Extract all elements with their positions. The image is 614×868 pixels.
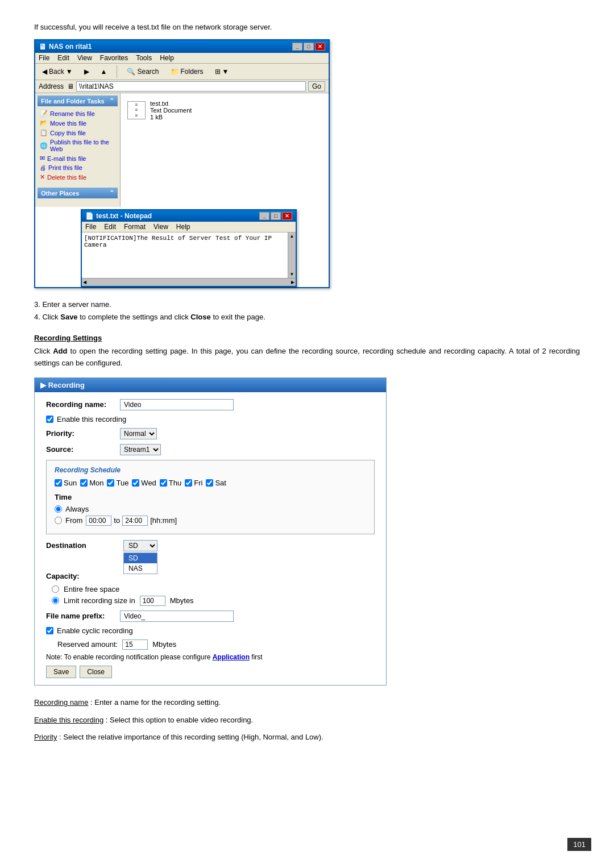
menu-edit[interactable]: Edit (57, 54, 69, 62)
search-label: Search (137, 68, 159, 76)
day-fri-label: Fri (194, 479, 202, 487)
file-entry: ≡≡≡ test.txt Text Document 1 kB (125, 98, 324, 123)
footer-priority-term[interactable]: Priority (34, 733, 57, 741)
delete-file-item[interactable]: ✕ Delete this file (38, 172, 118, 182)
day-sun-checkbox[interactable] (55, 479, 62, 487)
footer-recording-name-term[interactable]: Recording name (34, 698, 88, 707)
enable-recording-checkbox[interactable] (46, 416, 53, 423)
day-wed-checkbox[interactable] (132, 479, 139, 487)
priority-select[interactable]: High Normal Low (120, 428, 157, 439)
notepad-menu-help[interactable]: Help (176, 223, 190, 231)
destination-select[interactable]: SD NAS (123, 540, 157, 551)
close-button[interactable]: ✕ (315, 43, 325, 51)
notepad-controls[interactable]: _ □ ✕ (259, 212, 292, 220)
steps-section: 3. Enter a server name. 4. Click Save to… (34, 298, 580, 323)
scrollbar-right-icon[interactable]: ▶ (291, 280, 294, 285)
day-tue: Tue (107, 479, 128, 487)
day-fri-checkbox[interactable] (185, 479, 192, 487)
go-button[interactable]: Go (308, 81, 325, 92)
publish-file-item[interactable]: 🌐 Publish this file to the Web (38, 138, 118, 153)
explorer-window: 🖥 NAS on rital1 _ □ ✕ File Edit View Fav… (34, 39, 330, 288)
notepad-menu-format[interactable]: Format (124, 223, 146, 231)
scrollbar-left-icon[interactable]: ◀ (83, 280, 86, 285)
scrollbar-down-icon[interactable]: ▼ (290, 272, 294, 277)
menu-view[interactable]: View (77, 54, 92, 62)
footer-enable-recording-term[interactable]: Enable this recording (34, 716, 103, 724)
rename-file-item[interactable]: 📝 Rename this file (38, 109, 118, 118)
hhmm-label: [hh:mm] (150, 516, 177, 525)
print-label: Print this file (48, 164, 82, 171)
destination-popup-sd[interactable]: SD (124, 553, 157, 563)
day-sat-checkbox[interactable] (206, 479, 213, 487)
address-input[interactable] (76, 81, 306, 92)
copy-file-item[interactable]: 📋 Copy this file (38, 128, 118, 138)
notepad-menu-file[interactable]: File (85, 223, 96, 231)
priority-row: Priority: High Normal Low (46, 428, 375, 439)
application-link[interactable]: Application (213, 653, 250, 661)
day-thu-checkbox[interactable] (160, 479, 167, 487)
notepad-maximize-button[interactable]: □ (271, 212, 281, 220)
publish-icon: 🌐 (40, 142, 48, 149)
scrollbar-up-icon[interactable]: ▲ (290, 234, 294, 239)
email-file-item[interactable]: ✉ E-mail this file (38, 153, 118, 163)
footer-priority-desc: : Select the relative importance of this… (59, 733, 323, 741)
notepad-menu-edit[interactable]: Edit (104, 223, 116, 231)
notepad-close-button[interactable]: ✕ (282, 212, 292, 220)
recording-name-input[interactable] (120, 399, 234, 410)
limit-value-input[interactable] (140, 596, 165, 606)
close-button[interactable]: Close (80, 666, 112, 678)
day-mon-checkbox[interactable] (80, 479, 88, 487)
notepad-minimize-button[interactable]: _ (259, 212, 269, 220)
save-button[interactable]: Save (46, 666, 76, 678)
file-tasks-collapse-icon[interactable]: ⌃ (109, 97, 114, 105)
file-name: test.txt (150, 100, 192, 107)
notepad-menu-view[interactable]: View (154, 223, 168, 231)
up-button[interactable]: ▲ (97, 66, 111, 77)
maximize-button[interactable]: □ (304, 43, 314, 51)
always-radio[interactable] (55, 505, 62, 513)
menu-favorites[interactable]: Favorites (100, 54, 128, 62)
recording-desc-suffix: to open the recording setting page. In t… (34, 347, 580, 367)
always-label: Always (65, 505, 89, 513)
back-button[interactable]: ◀ Back ▼ (39, 66, 76, 77)
folders-button[interactable]: 📁 Folders (167, 66, 207, 77)
explorer-titlebar: 🖥 NAS on rital1 _ □ ✕ (35, 40, 329, 53)
recording-panel-title: Recording (48, 381, 85, 389)
step3-text: 3. Enter a server name. (34, 298, 580, 311)
menu-file[interactable]: File (39, 54, 49, 62)
limit-radio[interactable] (52, 597, 59, 604)
destination-popup-nas[interactable]: NAS (124, 563, 157, 574)
from-time-input[interactable] (86, 516, 111, 526)
other-places-collapse-icon[interactable]: ⌃ (109, 189, 114, 197)
move-file-item[interactable]: 📂 Move this file (38, 118, 118, 128)
explorer-controls[interactable]: _ □ ✕ (292, 43, 325, 51)
forward-button[interactable]: ▶ (81, 66, 93, 77)
print-file-item[interactable]: 🖨 Print this file (38, 163, 118, 172)
reserved-mbytes: Mbytes (152, 640, 176, 649)
step4-close-label: Close (190, 313, 210, 321)
source-select[interactable]: Stream1 Stream2 (120, 444, 161, 455)
recording-name-label: Recording name: (46, 400, 120, 409)
prefix-input[interactable] (120, 610, 234, 622)
menu-help[interactable]: Help (160, 54, 174, 62)
other-places-label: Other Places (41, 190, 79, 197)
cyclic-recording-checkbox[interactable] (46, 627, 53, 634)
explorer-addressbar: Address 🖥 Go (35, 80, 329, 93)
move-label: Move this file (50, 120, 86, 127)
reserved-value-input[interactable] (122, 639, 148, 650)
menu-tools[interactable]: Tools (136, 54, 152, 62)
from-radio[interactable] (55, 517, 62, 524)
from-label: From (65, 516, 82, 525)
folders-label: Folders (181, 68, 204, 76)
minimize-button[interactable]: _ (292, 43, 302, 51)
day-mon: Mon (80, 479, 103, 487)
step4-text: 4. Click Save to complete the settings a… (34, 311, 580, 323)
notepad-content[interactable]: [NOTIFICATION]The Result of Server Test … (82, 232, 288, 278)
day-tue-checkbox[interactable] (107, 479, 114, 487)
up-icon: ▲ (101, 68, 107, 76)
to-time-input[interactable] (122, 516, 148, 526)
recording-settings-heading: Recording Settings (34, 334, 580, 342)
views-button[interactable]: ⊞ ▼ (211, 66, 233, 77)
search-button[interactable]: 🔍 Search (123, 66, 162, 77)
entire-free-radio[interactable] (52, 585, 59, 593)
